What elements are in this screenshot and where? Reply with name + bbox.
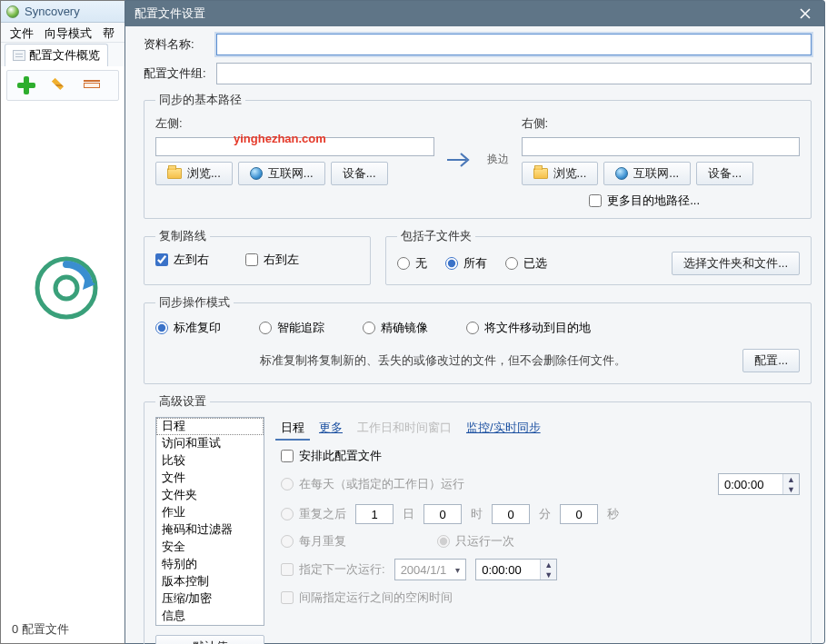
dialog-titlebar[interactable]: 配置文件设置 [125,1,824,26]
repeat-secs-input[interactable] [560,504,598,524]
tab-label: 配置文件概览 [29,47,100,64]
advanced-listbox[interactable]: 日程 访问和重试 比较 文件 文件夹 作业 掩码和过滤器 安全 特别的 版本控制… [155,417,264,626]
idle-time-checkbox[interactable]: 间隔指定运行之间的空闲时间 [281,590,453,606]
copy-route-legend: 复制路线 [155,228,210,244]
monthly-radio[interactable]: 每月重复 [281,533,346,550]
list-item[interactable]: 压缩/加密 [156,590,264,608]
subfolders-all-radio[interactable]: 所有 [445,255,487,272]
profile-group-label: 配置文件组: [144,65,216,82]
subfolders-none-radio[interactable]: 无 [397,255,427,272]
right-device-button[interactable]: 设备... [696,162,753,185]
list-item[interactable]: 文件夹 [156,487,264,504]
chevron-down-icon[interactable]: ▼ [541,570,556,580]
repeat-days-input[interactable] [355,504,394,524]
pencil-icon [47,74,70,96]
subfolders-fieldset: 包括子文件夹 无 所有 已选 选择文件夹和文件... [385,228,812,285]
left-internet-button[interactable]: 互联网... [238,162,325,185]
subtab-schedule[interactable]: 日程 [275,417,310,441]
right-path-label: 右侧: [522,115,801,132]
edit-button[interactable] [47,74,71,97]
statusbar: 0 配置文件 [1,616,80,643]
mode-configure-button[interactable]: 配置... [742,349,800,372]
next-run-time-spinner[interactable]: ▲▼ [475,559,557,580]
daily-time-spinner[interactable]: ▲▼ [718,473,800,495]
toolbar-btn-3[interactable] [80,74,104,97]
add-button[interactable] [15,74,38,97]
copy-route-fieldset: 复制路线 左到右 右到左 [144,228,371,285]
list-item[interactable]: 文件 [156,470,264,487]
menubar: 文件 向导模式 帮 [1,23,125,43]
bar-icon [84,83,100,88]
chevron-down-icon[interactable]: ▼ [783,484,799,494]
list-item[interactable]: 比较 [156,452,264,470]
more-dest-checkbox[interactable]: 更多目的地路径... [589,193,700,209]
chevron-up-icon[interactable]: ▲ [541,560,556,570]
run-once-radio[interactable]: 只运行一次 [437,533,514,550]
schedule-enable-checkbox[interactable]: 安排此配置文件 [281,448,382,464]
list-item[interactable]: 掩码和过滤器 [156,521,264,539]
next-run-date-picker[interactable]: 2004/1/1▾ [394,559,467,580]
menu-wizard[interactable]: 向导模式 [41,25,95,40]
tabbar: 配置文件概览 [1,43,125,66]
left-device-button[interactable]: 设备... [331,162,388,185]
profile-name-input[interactable] [216,34,812,55]
schedule-subtabs: 日程 更多 工作日和时间窗口 监控/实时同步 [275,417,800,441]
list-item[interactable]: 特别的 [156,556,264,573]
menu-file[interactable]: 文件 [6,25,37,40]
sync-mode-legend: 同步操作模式 [155,294,234,311]
left-path-label: 左侧: [155,115,434,132]
repeat-mins-input[interactable] [492,504,530,524]
left-browse-button[interactable]: 浏览... [155,162,233,185]
chevron-up-icon[interactable]: ▲ [783,474,799,484]
profile-settings-dialog: 配置文件设置 资料名称: 配置文件组: 同步的基本路径 左侧: 浏览... [125,0,825,644]
plus-icon [17,76,35,94]
direction-arrow-icon [443,151,474,169]
repeat-hours-input[interactable] [423,504,462,524]
subtab-more[interactable]: 更多 [314,417,348,441]
right-browse-button[interactable]: 浏览... [522,162,599,185]
close-icon [800,8,811,19]
repeat-radio[interactable]: 重复之后 [281,506,346,522]
app-title: Syncovery [25,5,80,18]
paths-fieldset: 同步的基本路径 左侧: 浏览... 互联网... 设备... 换边 右侧: [144,92,812,219]
subtab-monitor[interactable]: 监控/实时同步 [461,417,546,441]
left-path-input[interactable] [155,137,434,156]
swap-sides-button[interactable]: 换边 [483,150,513,169]
daily-radio[interactable]: 在每天（或指定的工作日）运行 [281,476,464,492]
dialog-close-button[interactable] [795,4,815,24]
profile-count: 0 配置文件 [12,621,69,638]
profile-group-input[interactable] [216,63,812,84]
dialog-title: 配置文件设置 [135,5,205,22]
list-item[interactable]: 日程 [156,418,264,435]
paths-legend: 同步的基本路径 [155,92,245,108]
list-icon [13,50,25,61]
globe-icon [250,167,263,180]
advanced-legend: 高级设置 [155,393,210,410]
globe-icon [615,167,628,180]
mode-move-radio[interactable]: 将文件移动到目的地 [466,320,591,336]
list-item[interactable]: 安全 [156,539,264,556]
subfolders-selected-radio[interactable]: 已选 [505,255,547,272]
mode-standard-radio[interactable]: 标准复印 [155,320,221,336]
list-item[interactable]: 信息 [156,608,264,625]
select-files-button[interactable]: 选择文件夹和文件... [672,252,800,275]
main-window: Syncovery 文件 向导模式 帮 配置文件概览 0 配置文件 [0,0,125,644]
mode-mirror-radio[interactable]: 精确镜像 [363,320,428,336]
next-run-checkbox[interactable]: 指定下一次运行: [281,561,385,578]
right-internet-button[interactable]: 互联网... [603,162,691,185]
list-item[interactable]: 访问和重试 [156,435,264,452]
tab-profile-overview[interactable]: 配置文件概览 [5,44,108,66]
main-titlebar[interactable]: Syncovery [1,1,125,23]
sync-mode-fieldset: 同步操作模式 标准复印 智能追踪 精确镜像 将文件移动到目的地 标准复制将复制新… [144,294,812,384]
right-path-input[interactable] [522,137,801,156]
right-to-left-checkbox[interactable]: 右到左 [245,252,299,268]
subfolders-legend: 包括子文件夹 [397,228,475,244]
toolbar [6,70,119,101]
menu-help[interactable]: 帮 [99,25,118,40]
defaults-button[interactable]: 默认值 [155,635,264,644]
sync-big-icon [34,255,99,323]
list-item[interactable]: 作业 [156,504,264,521]
list-item[interactable]: 版本控制 [156,573,264,590]
mode-smart-radio[interactable]: 智能追踪 [259,320,324,336]
left-to-right-checkbox[interactable]: 左到右 [155,252,209,268]
